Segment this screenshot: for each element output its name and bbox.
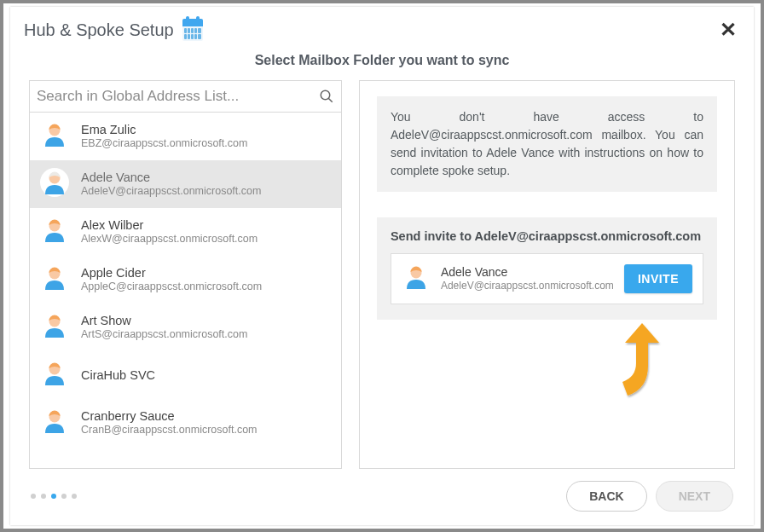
avatar <box>40 311 69 344</box>
contact-picker-panel: Ema Zulic EBZ@ciraappscst.onmicrosoft.co… <box>29 80 342 469</box>
contact-row[interactable]: Apple Cider AppleC@ciraappscst.onmicroso… <box>30 256 341 304</box>
contact-email: AlexW@ciraappscst.onmicrosoft.com <box>81 233 258 246</box>
contact-email: EBZ@ciraappscst.onmicrosoft.com <box>81 137 247 151</box>
search-input[interactable] <box>30 81 341 112</box>
contact-name: Alex Wilber <box>81 217 258 233</box>
back-button[interactable]: BACK <box>566 481 646 512</box>
contact-row[interactable]: Adele Vance AdeleV@ciraappscst.onmicroso… <box>30 160 341 208</box>
step-dot[interactable] <box>31 494 36 499</box>
step-indicator <box>31 494 77 499</box>
close-icon[interactable]: ✕ <box>720 20 737 40</box>
avatar <box>40 216 69 248</box>
contact-name: Adele Vance <box>81 170 261 185</box>
contact-email: ArtS@ciraappscst.onmicrosoft.com <box>81 328 247 342</box>
wizard-footer: BACK NEXT <box>10 469 754 525</box>
hub-spoke-modal: Hub & Spoke Setup ✕ Select Mailbox Folde… <box>10 7 754 525</box>
access-message: You don't have access to AdeleV@ciraapps… <box>377 96 717 192</box>
invite-card-email: AdeleV@ciraappscst.onmicrosoft.com <box>441 280 614 292</box>
avatar <box>40 407 69 439</box>
step-dot[interactable] <box>72 494 77 499</box>
step-dot[interactable] <box>41 494 46 499</box>
modal-title: Hub & Spoke Setup <box>24 20 174 40</box>
invite-card-name: Adele Vance <box>441 265 614 280</box>
invite-button[interactable]: INVITE <box>624 264 692 293</box>
avatar <box>402 263 431 295</box>
contact-email: CranB@ciraappscst.onmicrosoft.com <box>81 424 258 437</box>
contact-row[interactable]: Ema Zulic EBZ@ciraappscst.onmicrosoft.co… <box>30 113 341 160</box>
svg-point-0 <box>321 90 330 100</box>
invite-title: Send invite to AdeleV@ciraappscst.onmicr… <box>391 229 703 243</box>
modal-subtitle: Select Mailbox Folder you want to sync <box>10 53 754 68</box>
step-dot[interactable] <box>61 494 67 499</box>
contact-row[interactable]: Cranberry Sauce CranB@ciraappscst.onmicr… <box>30 399 341 447</box>
contact-row[interactable]: Art Show ArtS@ciraappscst.onmicrosoft.co… <box>30 304 341 351</box>
avatar <box>40 263 69 296</box>
contact-email: AdeleV@ciraappscst.onmicrosoft.com <box>81 185 261 199</box>
next-button[interactable]: NEXT <box>656 481 733 512</box>
contact-name: Apple Cider <box>81 265 262 280</box>
invite-block: Send invite to AdeleV@ciraappscst.onmicr… <box>377 217 717 320</box>
search-icon[interactable] <box>319 89 334 104</box>
contact-name: CiraHub SVC <box>81 367 155 383</box>
contact-row[interactable]: CiraHub SVC <box>30 351 341 399</box>
step-dot[interactable] <box>51 494 56 499</box>
contact-name: Cranberry Sauce <box>81 408 258 424</box>
avatar <box>40 359 69 391</box>
invite-card: Adele Vance AdeleV@ciraappscst.onmicroso… <box>391 253 703 304</box>
contact-name: Ema Zulic <box>81 122 247 137</box>
svg-line-1 <box>328 98 333 102</box>
contact-email: AppleC@ciraappscst.onmicrosoft.com <box>81 280 262 294</box>
avatar <box>40 168 69 200</box>
contact-row[interactable]: Alex Wilber AlexW@ciraappscst.onmicrosof… <box>30 208 341 256</box>
contact-list[interactable]: Ema Zulic EBZ@ciraappscst.onmicrosoft.co… <box>30 113 341 468</box>
avatar <box>40 120 69 153</box>
calendar-icon <box>181 19 205 41</box>
modal-header: Hub & Spoke Setup ✕ <box>10 7 754 46</box>
contact-name: Art Show <box>81 313 247 328</box>
invite-panel: You don't have access to AdeleV@ciraapps… <box>359 80 735 469</box>
